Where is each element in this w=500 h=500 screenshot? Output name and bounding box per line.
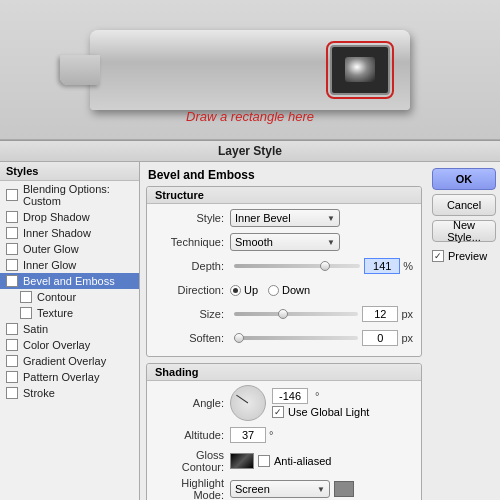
draw-hint: Draw a rectangle here (186, 109, 314, 124)
size-input[interactable] (362, 306, 398, 322)
soften-field-label: Soften: (155, 332, 230, 344)
style-item-inner-shadow[interactable]: Inner Shadow (0, 225, 139, 241)
style-item-drop-shadow[interactable]: Drop Shadow (0, 209, 139, 225)
angle-needle (236, 395, 248, 404)
styles-panel: Styles Blending Options: Custom Drop Sha… (0, 162, 140, 500)
camera-image (90, 30, 410, 110)
dialog-title: Layer Style (0, 141, 500, 162)
direction-down-radio[interactable] (268, 285, 279, 296)
size-field-label: Size: (155, 308, 230, 320)
style-select[interactable]: Inner Bevel (230, 209, 340, 227)
style-item-stroke[interactable]: Stroke (0, 385, 139, 401)
size-control: px (230, 306, 413, 322)
style-item-contour[interactable]: Contour (0, 289, 139, 305)
style-checkbox-inner-glow[interactable] (6, 259, 18, 271)
depth-input[interactable] (364, 258, 400, 274)
anti-aliased-checkbox[interactable] (258, 455, 270, 467)
style-item-bevel-emboss[interactable]: ✓ Bevel and Emboss (0, 273, 139, 289)
gloss-preview[interactable] (230, 453, 254, 469)
new-style-button[interactable]: New Style... (432, 220, 496, 242)
global-light-label: Use Global Light (288, 406, 369, 418)
style-item-inner-glow[interactable]: Inner Glow (0, 257, 139, 273)
style-checkbox-texture[interactable] (20, 307, 32, 319)
style-item-texture[interactable]: Texture (0, 305, 139, 321)
style-checkbox-gradient-overlay[interactable] (6, 355, 18, 367)
style-item-outer-glow[interactable]: Outer Glow (0, 241, 139, 257)
ok-button[interactable]: OK (432, 168, 496, 190)
viewfinder (330, 45, 390, 95)
style-checkbox-blending[interactable] (6, 189, 18, 201)
style-label-bevel-emboss: Bevel and Emboss (23, 275, 115, 287)
shading-content: Angle: ° (147, 381, 421, 500)
size-slider[interactable] (234, 312, 358, 316)
highlight-color-swatch[interactable] (334, 481, 354, 497)
style-checkbox-satin[interactable] (6, 323, 18, 335)
layer-style-dialog: Layer Style Styles Blending Options: Cus… (0, 140, 500, 500)
size-row: Size: px (155, 304, 413, 324)
direction-up-item[interactable]: Up (230, 284, 258, 296)
direction-control: Up Down (230, 284, 413, 296)
preview-row: Preview (432, 250, 496, 262)
soften-input[interactable] (362, 330, 398, 346)
depth-slider-thumb[interactable] (320, 261, 330, 271)
style-control: Inner Bevel (230, 209, 413, 227)
style-checkbox-pattern-overlay[interactable] (6, 371, 18, 383)
style-checkbox-stroke[interactable] (6, 387, 18, 399)
viewfinder-lens (345, 57, 375, 82)
anti-aliased-item: Anti-aliased (258, 455, 331, 467)
anti-aliased-label: Anti-aliased (274, 455, 331, 467)
altitude-row: Altitude: ° (155, 425, 413, 445)
structure-content: Style: Inner Bevel Technique: Smooth (147, 204, 421, 356)
style-checkbox-inner-shadow[interactable] (6, 227, 18, 239)
main-content: Bevel and Emboss Structure Style: Inner … (140, 162, 428, 500)
depth-slider[interactable] (234, 264, 360, 268)
preview-checkbox[interactable] (432, 250, 444, 262)
soften-slider[interactable] (234, 336, 358, 340)
highlight-control: Screen (230, 480, 413, 498)
depth-unit: % (403, 260, 413, 272)
gloss-control: Anti-aliased (230, 453, 413, 469)
direction-up-radio[interactable] (230, 285, 241, 296)
preview-label: Preview (448, 250, 487, 262)
style-label-stroke: Stroke (23, 387, 55, 399)
style-select-value: Inner Bevel (235, 212, 335, 224)
technique-select-value: Smooth (235, 236, 335, 248)
soften-row: Soften: px (155, 328, 413, 348)
technique-field-label: Technique: (155, 236, 230, 248)
styles-panel-header: Styles (0, 162, 139, 181)
technique-control: Smooth (230, 233, 413, 251)
size-slider-thumb[interactable] (278, 309, 288, 319)
shading-section: Shading Angle: (146, 363, 422, 500)
angle-inputs: ° Use Global Light (272, 388, 369, 418)
style-checkbox-contour[interactable] (20, 291, 32, 303)
structure-title: Structure (147, 187, 421, 204)
style-checkbox-drop-shadow[interactable] (6, 211, 18, 223)
style-field-label: Style: (155, 212, 230, 224)
gloss-field-label: Gloss Contour: (155, 449, 230, 473)
altitude-input[interactable] (230, 427, 266, 443)
soften-slider-thumb[interactable] (234, 333, 244, 343)
style-item-gradient-overlay[interactable]: Gradient Overlay (0, 353, 139, 369)
cancel-button[interactable]: Cancel (432, 194, 496, 216)
global-light-row: Use Global Light (272, 406, 369, 418)
style-checkbox-bevel-emboss[interactable]: ✓ (6, 275, 18, 287)
highlight-field-label: Highlight Mode: (155, 477, 230, 500)
technique-select[interactable]: Smooth (230, 233, 340, 251)
shading-title: Shading (147, 364, 421, 381)
style-item-color-overlay[interactable]: Color Overlay (0, 337, 139, 353)
style-checkbox-outer-glow[interactable] (6, 243, 18, 255)
style-item-pattern-overlay[interactable]: Pattern Overlay (0, 369, 139, 385)
angle-input[interactable] (272, 388, 308, 404)
style-item-satin[interactable]: Satin (0, 321, 139, 337)
highlight-select[interactable]: Screen (230, 480, 330, 498)
style-checkbox-color-overlay[interactable] (6, 339, 18, 351)
altitude-control: ° (230, 427, 413, 443)
style-item-blending[interactable]: Blending Options: Custom (0, 181, 139, 209)
global-light-checkbox[interactable] (272, 406, 284, 418)
depth-field-label: Depth: (155, 260, 230, 272)
soften-unit: px (401, 332, 413, 344)
style-label-gradient-overlay: Gradient Overlay (23, 355, 106, 367)
angle-dial[interactable] (230, 385, 266, 421)
angle-row: Angle: ° (155, 385, 413, 421)
direction-down-item[interactable]: Down (268, 284, 310, 296)
